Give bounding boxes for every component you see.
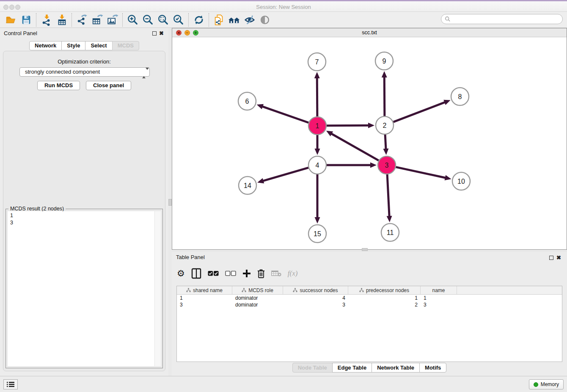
task-history-button[interactable] — [3, 379, 18, 389]
network-canvas[interactable]: 7968124314101511 — [172, 37, 567, 249]
graph-node-label: 6 — [245, 98, 249, 105]
app-title: Session: New Session — [0, 4, 567, 10]
table-cell: 2 — [348, 301, 421, 308]
table-header-row: shared nameMCDS rolesuccessor nodesprede… — [177, 286, 562, 295]
duplicate-network-icon[interactable] — [212, 13, 227, 27]
table-row[interactable]: 3dominator323 — [177, 301, 562, 308]
panel-divider — [168, 28, 172, 376]
column-header-successor-nodes[interactable]: successor nodes — [283, 286, 348, 294]
table-body: 1dominator4113dominator323 — [177, 295, 562, 308]
zoom-in-icon[interactable] — [125, 13, 140, 27]
control-panel-title: Control Panel — [4, 30, 37, 36]
graph-edge-1-2[interactable] — [327, 125, 369, 126]
graph-node-label: 4 — [316, 162, 319, 169]
close-panel-button[interactable]: Close panel — [86, 81, 131, 90]
search-box — [441, 14, 563, 24]
graph-edge-3-1[interactable] — [331, 133, 379, 160]
table-float-icon[interactable] — [549, 256, 553, 260]
graph-arrowhead — [257, 178, 264, 183]
column-header-MCDS-role[interactable]: MCDS role — [232, 286, 283, 294]
table-row[interactable]: 1dominator411 — [177, 295, 562, 301]
result-scrollbar[interactable] — [154, 211, 161, 366]
toolbar-separator — [36, 13, 37, 27]
column-header-label: name — [432, 287, 445, 293]
table-cell: 1 — [421, 295, 457, 301]
graph-node-label: 3 — [385, 162, 389, 169]
graph-edge-3-10[interactable] — [396, 167, 446, 178]
graph-edge-1-6[interactable] — [262, 106, 308, 123]
export-table-icon[interactable] — [90, 13, 105, 27]
graph-node-label: 1 — [316, 122, 319, 130]
open-file-icon[interactable] — [3, 13, 19, 27]
close-panel-icon[interactable]: ✖ — [159, 31, 164, 36]
show-all-icon[interactable] — [257, 13, 272, 27]
table-tabs: Node TableEdge TableNetwork TableMotifs — [172, 363, 567, 373]
graph-edge-2-8[interactable] — [394, 102, 446, 122]
zoom-fit-icon[interactable] — [156, 13, 171, 27]
tab-edge-table[interactable]: Edge Table — [332, 363, 372, 373]
toolbar-separator — [122, 13, 123, 27]
tab-mcds[interactable]: MCDS — [112, 41, 139, 50]
graph-arrowhead — [370, 163, 377, 168]
column-header-label: MCDS role — [248, 287, 273, 293]
graph-edge-4-14[interactable] — [263, 168, 308, 181]
tab-select[interactable]: Select — [85, 41, 112, 50]
table-panel-title: Table Panel — [176, 254, 205, 260]
table-panel: Table Panel ✖ ⚙ — [172, 252, 567, 376]
hierarchy-icon — [293, 288, 297, 293]
graph-edge-2-3[interactable] — [385, 135, 386, 149]
toolbar-separator — [188, 13, 189, 27]
graph-node-label: 9 — [383, 58, 386, 65]
tab-network[interactable]: Network — [29, 41, 62, 50]
column-header-shared-name[interactable]: shared name — [177, 286, 232, 294]
network-window-title: scc.txt — [172, 30, 567, 36]
table-divider-grip[interactable] — [362, 248, 368, 251]
delete-column-icon[interactable] — [257, 267, 265, 280]
create-column-icon[interactable] — [242, 267, 251, 280]
control-panel: Control Panel ✖ NetworkStyleSelectMCDS O… — [0, 28, 168, 376]
table-cell: 1 — [177, 295, 232, 301]
graph-edge-2-9[interactable] — [384, 77, 385, 116]
zoom-selected-icon[interactable] — [171, 13, 186, 27]
column-header-label: shared name — [193, 287, 223, 293]
table-mode-icon[interactable]: ⚙ — [177, 267, 185, 280]
select-all-icon[interactable] — [208, 267, 219, 280]
memory-button[interactable]: Memory — [529, 379, 564, 389]
mcds-result-title: MCDS result (2 nodes) — [8, 206, 66, 212]
mcds-result-text[interactable]: 13 — [8, 211, 161, 366]
column-header-predecessor-nodes[interactable]: predecessor nodes — [348, 286, 421, 294]
first-neighbors-icon[interactable] — [227, 13, 242, 27]
mcds-result-lines: 13 — [10, 212, 161, 226]
graph-arrowhead — [445, 175, 451, 180]
zoom-out-icon[interactable] — [140, 13, 156, 27]
tab-node-table[interactable]: Node Table — [292, 363, 333, 373]
table-close-icon[interactable]: ✖ — [556, 256, 561, 260]
import-table-icon[interactable] — [54, 13, 69, 27]
tab-style[interactable]: Style — [61, 41, 85, 50]
tab-motifs[interactable]: Motifs — [419, 363, 446, 373]
column-header-name[interactable]: name — [421, 286, 457, 294]
run-mcds-button[interactable]: Run MCDS — [37, 81, 80, 90]
float-panel-icon[interactable] — [152, 31, 157, 36]
column-header-label: predecessor nodes — [366, 287, 409, 293]
graph-edge-3-11[interactable] — [387, 174, 389, 217]
export-network-icon[interactable] — [74, 13, 90, 27]
graph-arrowhead — [382, 71, 387, 77]
hide-selected-icon[interactable] — [242, 13, 257, 27]
table-cell: dominator — [232, 301, 283, 308]
search-input[interactable] — [451, 16, 562, 22]
criterion-select[interactable]: strongly connected component — [19, 67, 150, 77]
import-network-icon[interactable] — [39, 13, 54, 27]
apply-layout-icon[interactable] — [191, 13, 206, 27]
search-icon — [445, 16, 451, 22]
deselect-all-icon[interactable] — [225, 267, 236, 280]
panel-divider-grip[interactable] — [168, 199, 172, 206]
status-bar: Memory — [0, 376, 567, 392]
show-columns-icon[interactable] — [191, 267, 201, 280]
tab-network-table[interactable]: Network Table — [372, 363, 420, 373]
graph-arrowhead — [383, 149, 388, 155]
graph-edge-1-7[interactable] — [317, 77, 317, 116]
table-cell: 3 — [177, 301, 232, 308]
save-session-icon[interactable] — [19, 13, 34, 27]
export-image-icon[interactable] — [105, 13, 120, 27]
